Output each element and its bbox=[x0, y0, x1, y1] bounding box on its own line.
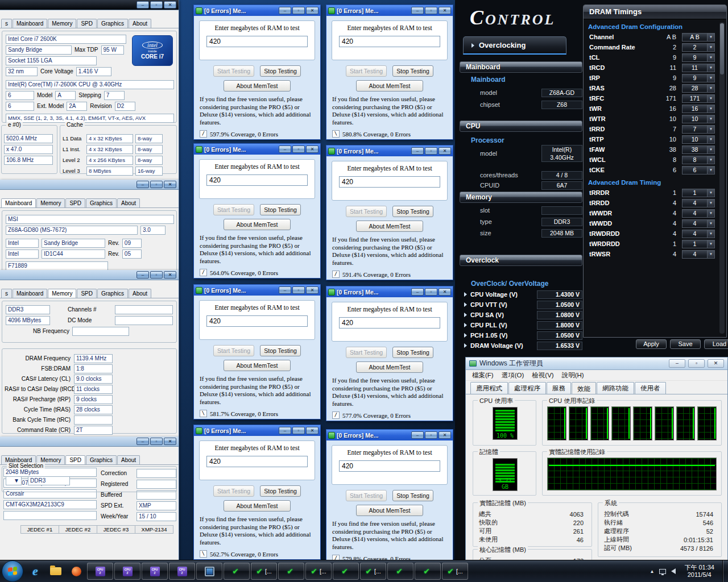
minimize-icon[interactable]: – bbox=[279, 286, 291, 294]
maximize-icon[interactable]: ▫ bbox=[425, 7, 437, 14]
chevron-down-icon[interactable]: ▼ bbox=[707, 136, 714, 143]
chevron-down-icon[interactable]: ▼ bbox=[707, 74, 714, 82]
cpuz-tab[interactable]: SPD bbox=[77, 289, 97, 298]
stop-testing-button[interactable]: Stop Testing bbox=[392, 347, 433, 358]
start-testing-button[interactable]: Start Testing bbox=[213, 345, 254, 356]
voltage-value[interactable]: 1.6533 V bbox=[537, 342, 582, 350]
stop-testing-button[interactable]: Stop Testing bbox=[392, 65, 433, 77]
dram-timing-dropdown[interactable]: 1 ▼ bbox=[682, 189, 715, 197]
chevron-down-icon[interactable]: ▼ bbox=[707, 85, 714, 92]
media-player-button[interactable] bbox=[66, 562, 86, 580]
maximize-icon[interactable]: ▫ bbox=[150, 438, 163, 445]
minimize-icon[interactable]: – bbox=[279, 146, 291, 153]
about-memtest-button[interactable]: About MemTest bbox=[224, 219, 291, 230]
close-icon[interactable]: ✕ bbox=[439, 147, 451, 155]
taskbar-memtest-button[interactable]: ✔ [... bbox=[305, 563, 332, 580]
task-manager-tab[interactable]: 網路功能 bbox=[597, 382, 634, 394]
minimize-icon[interactable]: – bbox=[136, 438, 149, 445]
ram-size-input[interactable] bbox=[206, 456, 308, 467]
taskbar-memtest-button[interactable]: ✔ bbox=[387, 563, 413, 580]
minimize-icon[interactable]: – bbox=[411, 147, 424, 155]
scrollbar[interactable] bbox=[719, 22, 725, 334]
dram-timing-dropdown[interactable]: 6 ▼ bbox=[682, 166, 715, 174]
dram-timing-dropdown[interactable]: 38 ▼ bbox=[682, 146, 715, 154]
stop-testing-button[interactable]: Stop Testing bbox=[392, 490, 433, 501]
cpuz-mainboard-titlebar[interactable]: – ▫ ✕ bbox=[0, 180, 179, 190]
taskbar-app-button[interactable] bbox=[169, 563, 195, 580]
about-memtest-button[interactable]: About MemTest bbox=[224, 360, 291, 371]
about-memtest-button[interactable]: About MemTest bbox=[356, 505, 423, 516]
volume-icon[interactable] bbox=[671, 568, 676, 574]
minimize-icon[interactable]: – bbox=[136, 181, 149, 188]
cpuz-cpu-titlebar[interactable]: – ▫ ✕ bbox=[0, 0, 179, 10]
chevron-down-icon[interactable]: ▼ bbox=[707, 230, 714, 238]
cpuz-tab[interactable]: Mainboard bbox=[1, 198, 36, 207]
cpuz-tab[interactable]: Memory bbox=[48, 289, 76, 298]
menu-item[interactable]: 檢視(V) bbox=[528, 371, 557, 380]
close-icon[interactable]: ✕ bbox=[164, 438, 176, 445]
about-memtest-button[interactable]: About MemTest bbox=[356, 221, 423, 232]
dram-timing-dropdown[interactable]: 9 ▼ bbox=[682, 74, 715, 82]
memtest-titlebar[interactable]: [0 Errors] Me... – ▫ ✕ bbox=[194, 425, 320, 436]
minimize-icon[interactable]: – bbox=[136, 1, 149, 9]
network-icon[interactable] bbox=[659, 569, 666, 574]
cpuz-tab[interactable]: SPD bbox=[65, 455, 85, 464]
stop-testing-button[interactable]: Stop Testing bbox=[260, 65, 301, 77]
cpuz-tab[interactable]: About bbox=[117, 198, 140, 207]
cpuz-tab[interactable]: Graphics bbox=[97, 19, 128, 28]
about-memtest-button[interactable]: About MemTest bbox=[356, 80, 423, 92]
stop-testing-button[interactable]: Stop Testing bbox=[392, 206, 433, 217]
memtest-titlebar[interactable]: [0 Errors] Me... – ▫ ✕ bbox=[326, 286, 453, 297]
chevron-down-icon[interactable]: ▼ bbox=[707, 146, 714, 153]
start-testing-button[interactable]: Start Testing bbox=[213, 65, 254, 77]
ram-size-input[interactable] bbox=[339, 176, 440, 188]
taskbar-app-button[interactable] bbox=[196, 563, 222, 580]
ram-size-input[interactable] bbox=[206, 174, 308, 186]
tray-expand-icon[interactable]: ▲ bbox=[650, 569, 654, 574]
task-manager-tab[interactable]: 服務 bbox=[547, 382, 571, 394]
dram-timing-dropdown[interactable]: 171 ▼ bbox=[682, 94, 715, 103]
maximize-icon[interactable]: ▫ bbox=[425, 288, 437, 296]
cpuz-tab[interactable]: s bbox=[1, 19, 12, 28]
stop-testing-button[interactable]: Stop Testing bbox=[260, 345, 301, 356]
taskbar-memtest-button[interactable]: ✔ [... bbox=[360, 563, 386, 580]
chevron-down-icon[interactable]: ▼ bbox=[707, 105, 714, 113]
minimize-icon[interactable]: – bbox=[279, 427, 291, 434]
close-icon[interactable]: ✕ bbox=[439, 288, 451, 296]
stop-testing-button[interactable]: Stop Testing bbox=[260, 485, 301, 497]
dram-timing-dropdown[interactable]: 10 ▼ bbox=[682, 115, 715, 123]
cpuz-tab[interactable]: Mainboard bbox=[13, 19, 47, 28]
start-testing-button[interactable]: Start Testing bbox=[346, 206, 387, 217]
memtest-titlebar[interactable]: [0 Errors] Me... – ▫ ✕ bbox=[194, 144, 320, 155]
taskbar-app-button[interactable] bbox=[142, 563, 168, 580]
chevron-down-icon[interactable]: ▼ bbox=[707, 64, 714, 72]
memtest-titlebar[interactable]: [0 Errors] Me... – ▫ ✕ bbox=[194, 5, 320, 16]
minimize-icon[interactable]: – bbox=[669, 359, 685, 368]
start-testing-button[interactable]: Start Testing bbox=[213, 485, 254, 497]
cpuz-tab[interactable]: Mainboard bbox=[13, 289, 47, 298]
taskbar-app-button[interactable] bbox=[87, 563, 113, 580]
ram-size-input[interactable] bbox=[206, 315, 308, 327]
dram-timing-dropdown[interactable]: 4 ▼ bbox=[682, 199, 715, 207]
chevron-down-icon[interactable]: ▼ bbox=[707, 240, 714, 248]
voltage-value[interactable]: 1.0500 V bbox=[537, 331, 582, 340]
dram-timing-dropdown[interactable]: 7 ▼ bbox=[682, 125, 715, 134]
dram-timing-dropdown[interactable]: 28 ▼ bbox=[682, 84, 715, 93]
maximize-icon[interactable]: ▫ bbox=[292, 146, 305, 153]
load-button[interactable]: Load bbox=[704, 339, 728, 349]
close-icon[interactable]: ✕ bbox=[164, 271, 176, 278]
maximize-icon[interactable]: ▫ bbox=[292, 7, 305, 14]
dram-timing-dropdown[interactable]: 4 ▼ bbox=[682, 250, 715, 259]
chevron-down-icon[interactable]: ▼ bbox=[707, 54, 714, 61]
close-icon[interactable]: ✕ bbox=[439, 7, 451, 14]
cpuz-tab[interactable]: s bbox=[1, 289, 12, 298]
start-button[interactable] bbox=[2, 560, 23, 582]
dram-timing-dropdown[interactable]: A B ▼ bbox=[682, 33, 715, 41]
explorer-button[interactable] bbox=[46, 562, 66, 580]
voltage-value[interactable]: 1.0500 V bbox=[537, 301, 582, 309]
maximize-icon[interactable]: ▫ bbox=[150, 271, 163, 278]
memtest-titlebar[interactable]: [0 Errors] Me... – ▫ ✕ bbox=[326, 430, 453, 440]
slot-combo[interactable]: ▼ bbox=[6, 476, 22, 485]
dram-timing-dropdown[interactable]: 8 ▼ bbox=[682, 156, 715, 164]
chevron-down-icon[interactable]: ▼ bbox=[707, 156, 714, 164]
